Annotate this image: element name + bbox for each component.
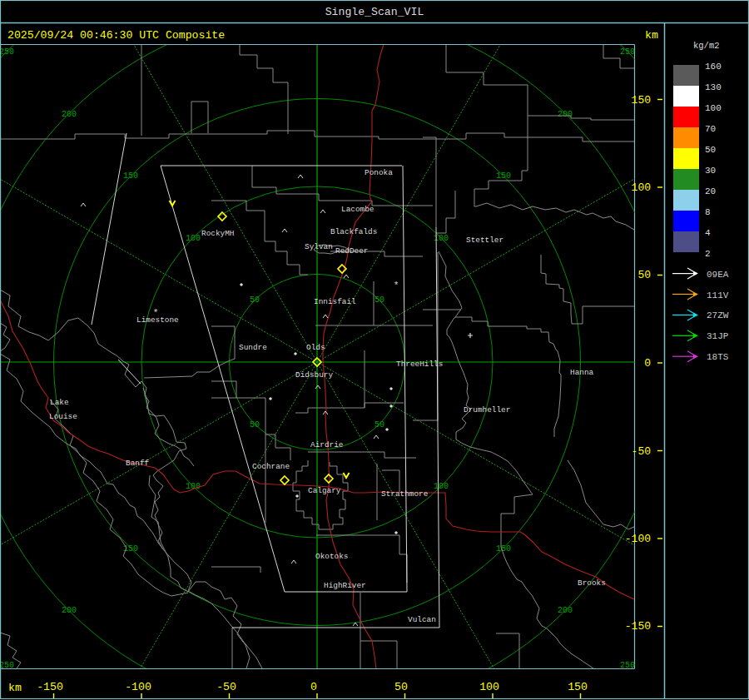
- svg-text:Didsbury: Didsbury: [295, 370, 333, 380]
- svg-text:Lake: Lake: [50, 398, 69, 407]
- svg-text:50: 50: [705, 145, 716, 155]
- svg-text:4: 4: [705, 228, 711, 238]
- svg-text:*: *: [394, 280, 399, 290]
- svg-text:*: *: [153, 308, 159, 318]
- svg-text:18TS: 18TS: [707, 352, 729, 362]
- svg-text:RockyMH: RockyMH: [201, 229, 234, 238]
- svg-text:-100: -100: [125, 681, 151, 693]
- svg-text:Sylvan: Sylvan: [305, 242, 333, 251]
- svg-text:kg/m2: kg/m2: [693, 41, 720, 51]
- svg-text:Okotoks: Okotoks: [315, 552, 348, 561]
- svg-text:Drumheller: Drumheller: [464, 405, 510, 415]
- svg-text:Vulcan: Vulcan: [408, 615, 436, 624]
- svg-text:-50: -50: [216, 681, 236, 693]
- svg-text:150: 150: [568, 681, 588, 693]
- svg-text:100: 100: [186, 234, 201, 243]
- svg-text:100: 100: [632, 181, 651, 194]
- svg-text:31JP: 31JP: [707, 331, 729, 341]
- svg-text:Louise: Louise: [49, 412, 77, 421]
- svg-text:50: 50: [394, 681, 408, 693]
- svg-text:50: 50: [250, 420, 260, 429]
- svg-text:2: 2: [705, 249, 711, 259]
- svg-text:150: 150: [632, 94, 651, 107]
- svg-text:111V: 111V: [707, 290, 729, 300]
- svg-text:200: 200: [558, 110, 573, 119]
- svg-text:Airdrie: Airdrie: [310, 440, 344, 449]
- svg-text:0: 0: [310, 681, 317, 693]
- svg-text:130: 130: [705, 82, 722, 92]
- svg-text:Ponoka: Ponoka: [365, 168, 393, 177]
- svg-text:200: 200: [62, 110, 77, 119]
- svg-text:2025/09/24 00:46:30 UTC Compos: 2025/09/24 00:46:30 UTC Composite: [7, 29, 225, 42]
- svg-text:200: 200: [558, 606, 573, 615]
- svg-text:HighRiver: HighRiver: [324, 581, 366, 590]
- svg-text:Cochrane: Cochrane: [252, 462, 290, 471]
- svg-text:Hanna: Hanna: [570, 368, 594, 377]
- svg-text:50: 50: [374, 420, 384, 429]
- svg-text:30: 30: [705, 166, 716, 176]
- svg-text:150: 150: [496, 544, 511, 554]
- svg-text:160: 160: [705, 62, 722, 72]
- svg-text:-100: -100: [625, 533, 651, 545]
- svg-text:Banff: Banff: [126, 459, 150, 468]
- svg-text:Strathmore: Strathmore: [381, 489, 429, 499]
- svg-text:Brooks: Brooks: [578, 578, 606, 588]
- svg-text:Olds: Olds: [306, 343, 325, 352]
- svg-text:-50: -50: [632, 445, 651, 458]
- svg-text:Stettler: Stettler: [466, 236, 503, 245]
- svg-text:20: 20: [705, 186, 716, 196]
- svg-text:100: 100: [705, 103, 722, 113]
- svg-text:200: 200: [62, 606, 77, 615]
- svg-text:100: 100: [479, 681, 499, 693]
- svg-text:50: 50: [637, 269, 651, 281]
- svg-text:50: 50: [250, 295, 260, 305]
- svg-text:27ZW: 27ZW: [707, 310, 729, 320]
- svg-text:-150: -150: [625, 620, 651, 633]
- svg-text:Single_Scan_VIL: Single_Scan_VIL: [325, 6, 424, 18]
- svg-text:50: 50: [374, 295, 384, 305]
- svg-text:-150: -150: [37, 681, 63, 693]
- svg-text:70: 70: [705, 124, 716, 134]
- svg-text:km: km: [645, 29, 658, 42]
- svg-text:250: 250: [620, 47, 635, 57]
- svg-text:Blackfalds: Blackfalds: [330, 227, 377, 236]
- svg-text:RedDeer: RedDeer: [335, 246, 368, 256]
- svg-text:Sundre: Sundre: [239, 343, 267, 352]
- svg-text:100: 100: [434, 482, 449, 491]
- svg-text:100: 100: [186, 482, 201, 491]
- svg-text:150: 150: [496, 171, 511, 181]
- svg-text:250: 250: [0, 47, 14, 57]
- svg-text:0: 0: [644, 357, 651, 370]
- svg-text:150: 150: [123, 171, 138, 181]
- svg-text:Lacombe: Lacombe: [341, 205, 374, 214]
- svg-text:ThreeHills: ThreeHills: [396, 360, 443, 369]
- svg-text:km: km: [8, 682, 22, 694]
- svg-text:09EA: 09EA: [707, 270, 729, 280]
- svg-text:8: 8: [705, 207, 711, 217]
- svg-text:Innisfail: Innisfail: [314, 297, 356, 306]
- svg-text:Calgary: Calgary: [308, 486, 341, 495]
